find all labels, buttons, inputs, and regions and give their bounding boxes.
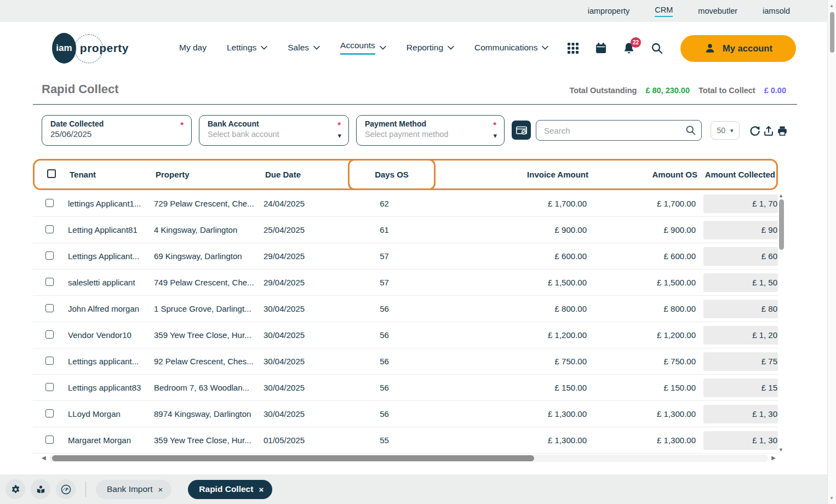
due-date-cell: 29/04/2025 <box>264 278 348 287</box>
tab-bank-import[interactable]: Bank Import × <box>96 480 171 499</box>
scroll-down-arrow[interactable]: ▼ <box>778 447 783 453</box>
tenant-link[interactable]: John Alfred morgan <box>68 304 154 313</box>
row-checkbox[interactable] <box>45 199 54 207</box>
amount-collected-input[interactable]: £ 90 <box>703 221 778 239</box>
row-checkbox[interactable] <box>45 409 54 417</box>
refresh-icon[interactable] <box>749 125 761 137</box>
amount-collected-input[interactable]: £ 1, 30 <box>703 405 778 423</box>
close-icon[interactable]: × <box>158 485 163 494</box>
amount-collected-input[interactable]: £ 1, 30 <box>703 431 778 450</box>
nav-sales[interactable]: Sales <box>288 43 320 54</box>
chevron-down-icon <box>380 45 386 50</box>
nav-lettings[interactable]: Lettings <box>227 43 267 54</box>
table-horizontal-scrollbar[interactable]: ◀ ▶ <box>42 455 776 462</box>
scroll-left-arrow[interactable]: ◀ <box>42 455 46 461</box>
nav-communications[interactable]: Communications <box>474 43 548 54</box>
bank-account-placeholder: Select bank account <box>208 130 341 139</box>
product-link-iamproperty[interactable]: iamproperty <box>588 7 630 15</box>
calendar-icon[interactable] <box>594 41 608 55</box>
tenant-link[interactable]: Lettings Applicant... <box>68 251 154 261</box>
page-scroll-down-arrow[interactable]: ▼ <box>829 496 834 501</box>
payment-method-select[interactable]: Payment Method * Select payment method ▾ <box>356 115 505 146</box>
amount-collected-input[interactable]: £ 1, 50 <box>703 273 778 292</box>
product-link-crm[interactable]: CRM <box>655 5 673 17</box>
vertical-scroll-thumb[interactable] <box>779 199 784 250</box>
property-cell: 1 Spruce Grove, Darlingt... <box>154 304 264 313</box>
table-row: Margaret Morgan 359 Yew Tree Close, Hur.… <box>33 427 778 454</box>
horizontal-scroll-thumb[interactable] <box>52 455 534 461</box>
row-checkbox[interactable] <box>45 436 54 444</box>
export-icon[interactable] <box>763 125 775 137</box>
iamproperty-logo[interactable]: iam property <box>52 33 129 64</box>
tenant-link[interactable]: Lettings applicant... <box>68 357 154 366</box>
invoice-amount-cell: £ 150.00 <box>434 383 587 392</box>
product-link-iamsold[interactable]: iamsold <box>763 7 790 15</box>
amount-os-cell: £ 1,300.00 <box>587 409 696 419</box>
page-size-select[interactable]: 50 ▾ <box>711 121 740 140</box>
search-input[interactable] <box>536 120 702 141</box>
column-header-tenant[interactable]: Tenant <box>70 170 156 179</box>
bank-account-select[interactable]: Bank Account * Select bank account ▾ <box>199 115 349 146</box>
settings-button[interactable] <box>5 479 25 499</box>
apps-grid-icon[interactable] <box>566 41 580 55</box>
notifications-bell-icon[interactable]: 22 <box>622 41 636 55</box>
search-icon[interactable] <box>685 124 696 136</box>
amount-collected-input[interactable]: £ 80 <box>703 300 778 318</box>
amount-collected-input[interactable]: £ 60 <box>703 247 778 266</box>
invoice-amount-cell: £ 1,200.00 <box>434 330 587 340</box>
nav-reporting[interactable]: Reporting <box>406 43 454 54</box>
bottom-tab-bar: Bank Import × Rapid Collect × <box>0 474 836 504</box>
column-header-invoice-amount[interactable]: Invoice Amount <box>436 170 588 179</box>
tenant-link[interactable]: Margaret Morgan <box>68 436 154 445</box>
due-date-cell: 01/05/2025 <box>264 436 348 445</box>
page-scroll-up-arrow[interactable]: ▲ <box>829 3 834 8</box>
total-to-collect-label: Total to Collect <box>698 86 755 95</box>
amount-collected-input[interactable]: £ 15 <box>703 379 778 397</box>
due-date-cell: 30/04/2025 <box>264 357 348 366</box>
amount-collected-input[interactable]: £ 1, 70 <box>703 194 778 213</box>
column-header-days-os[interactable]: Days OS <box>375 170 409 179</box>
tab-rapid-collect[interactable]: Rapid Collect × <box>188 480 272 499</box>
page-scroll-thumb[interactable] <box>830 12 834 53</box>
tenant-link[interactable]: lettings Applicant1... <box>68 199 154 208</box>
row-checkbox[interactable] <box>45 304 54 312</box>
header-icons: 22 <box>566 41 664 55</box>
tenant-link[interactable]: Letting Applicant81 <box>68 225 154 234</box>
title-divider <box>33 104 797 105</box>
row-checkbox[interactable] <box>45 330 54 339</box>
column-header-property[interactable]: Property <box>156 170 265 179</box>
row-checkbox[interactable] <box>45 357 54 365</box>
search-icon[interactable] <box>650 41 664 55</box>
page-vertical-scrollbar[interactable]: ▲ ▼ <box>827 0 836 504</box>
tenant-link[interactable]: Vendor Vendor10 <box>68 330 154 340</box>
learning-button[interactable] <box>31 479 50 499</box>
date-collected-field[interactable]: Date Collected * 25/06/2025 <box>42 115 192 146</box>
collect-card-button[interactable] <box>512 121 531 140</box>
row-checkbox[interactable] <box>45 278 54 286</box>
tenant-link[interactable]: salesletti applicant <box>68 278 154 287</box>
scroll-right-arrow[interactable]: ▶ <box>771 455 776 461</box>
amount-collected-input[interactable]: £ 1, 20 <box>703 326 778 345</box>
dashboard-button[interactable] <box>56 479 76 499</box>
row-checkbox[interactable] <box>45 225 54 233</box>
scroll-up-arrow[interactable]: ▲ <box>778 193 783 198</box>
total-outstanding-label: Total Outstanding <box>569 86 637 95</box>
column-header-amount-collected[interactable]: Amount Collected <box>697 170 780 179</box>
product-link-movebutler[interactable]: movebutler <box>698 7 737 15</box>
select-all-checkbox[interactable] <box>47 169 56 178</box>
column-header-due-date[interactable]: Due Date <box>265 170 350 179</box>
due-date-cell: 30/04/2025 <box>264 409 348 419</box>
nav-accounts[interactable]: Accounts <box>340 41 386 56</box>
table-vertical-scrollbar[interactable]: ▲ ▼ <box>778 193 785 453</box>
nav-my-day[interactable]: My day <box>179 43 207 54</box>
tenant-link[interactable]: LLoyd Morgan <box>68 409 154 419</box>
row-checkbox[interactable] <box>45 251 54 260</box>
amount-collected-input[interactable]: £ 75 <box>703 352 778 371</box>
row-checkbox[interactable] <box>45 383 54 391</box>
page-title: Rapid Collect <box>42 82 119 96</box>
print-icon[interactable] <box>776 125 788 137</box>
tenant-link[interactable]: Lettings applicant83 <box>68 383 154 392</box>
my-account-button[interactable]: My account <box>680 35 796 62</box>
close-icon[interactable]: × <box>259 485 264 494</box>
column-header-amount-os[interactable]: Amount OS <box>588 170 697 179</box>
